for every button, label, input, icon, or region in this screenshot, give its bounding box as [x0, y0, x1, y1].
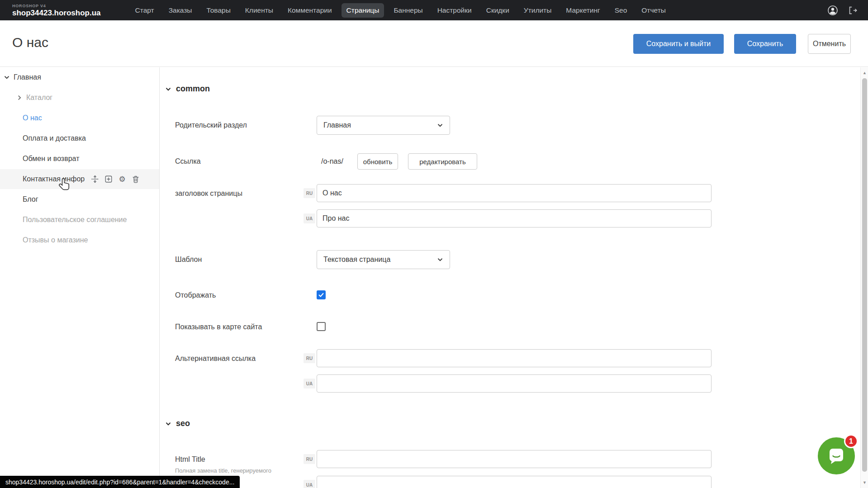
sitemap-label: Показывать в карте сайта	[175, 323, 262, 331]
alt-link-label: Альтернативная ссылка	[175, 355, 256, 363]
check-icon	[318, 292, 324, 298]
logout-icon[interactable]	[847, 5, 858, 16]
top-navigation-bar: HOROSHOP V4 shop34423.horoshop.ua Старт …	[0, 0, 868, 20]
menu-item-orders[interactable]: Заказы	[164, 3, 197, 18]
page-title-ua-input[interactable]	[317, 209, 711, 227]
logo-version-text: HOROSHOP V4	[12, 4, 101, 8]
page-title-label: заголовок страницы	[175, 190, 242, 198]
tree-item-catalog[interactable]: Каталог	[0, 88, 159, 108]
save-button[interactable]: Сохранить	[734, 34, 796, 54]
pages-tree-sidebar: Главная Каталог О нас Оплата и доставка …	[0, 67, 159, 488]
display-label: Отображать	[175, 291, 216, 299]
chat-unread-badge: 1	[844, 434, 858, 448]
delete-trash-icon[interactable]	[132, 175, 140, 183]
tree-item-user-agreement[interactable]: Пользовательское соглашение	[0, 210, 159, 230]
tree-item-exchange-return[interactable]: Обмен и возврат	[0, 149, 159, 169]
add-subpage-icon[interactable]	[104, 175, 113, 183]
cancel-button[interactable]: Отменить	[808, 34, 851, 54]
menu-item-comments[interactable]: Комментарии	[283, 3, 337, 18]
lang-ru-badge: RU	[304, 188, 315, 198]
parent-section-select[interactable]: Главная	[317, 116, 450, 135]
tree-item-actions: ⚙	[91, 175, 140, 183]
settings-gear-icon[interactable]: ⚙	[118, 175, 126, 183]
chevron-down-icon	[165, 86, 171, 92]
link-edit-button[interactable]: редактировать	[408, 153, 477, 170]
page-title: О нас	[12, 35, 48, 50]
site-logo[interactable]: HOROSHOP V4 shop34423.horoshop.ua	[12, 4, 101, 17]
scrollbar-thumb[interactable]	[862, 78, 867, 472]
alt-link-ru-input[interactable]	[317, 349, 711, 367]
section-common-header[interactable]: common	[165, 84, 210, 94]
menu-item-seo[interactable]: Seo	[610, 3, 632, 18]
chevron-right-icon[interactable]	[16, 95, 23, 101]
html-title-ru-input[interactable]	[317, 450, 711, 468]
chevron-down-icon	[437, 122, 443, 128]
menu-item-pages[interactable]: Страницы	[342, 3, 384, 18]
menu-item-clients[interactable]: Клиенты	[240, 3, 278, 18]
menu-item-discounts[interactable]: Скидки	[481, 3, 514, 18]
tree-item-about-us[interactable]: О нас	[0, 108, 159, 128]
sitemap-checkbox[interactable]	[317, 322, 326, 331]
tree-item-store-reviews[interactable]: Отзывы о магазине	[0, 230, 159, 250]
menu-item-marketing[interactable]: Маркетинг	[561, 3, 605, 18]
menu-item-start[interactable]: Старт	[130, 3, 159, 18]
page-title-ru-input[interactable]	[317, 184, 711, 202]
lang-ru-badge: RU	[304, 454, 315, 464]
html-title-hint: Полная замена title, генерируемого	[175, 467, 271, 474]
html-title-ua-input[interactable]	[317, 476, 711, 488]
tree-item-home[interactable]: Главная	[0, 67, 159, 87]
parent-section-label: Родительский раздел	[175, 121, 247, 129]
chevron-down-icon	[437, 256, 443, 263]
menu-item-banners[interactable]: Баннеры	[389, 3, 427, 18]
account-icon[interactable]	[827, 5, 838, 16]
link-path-value: /o-nas/	[321, 157, 343, 166]
chevron-down-icon[interactable]	[4, 74, 10, 81]
lang-ua-badge: UA	[304, 480, 315, 488]
section-seo-header[interactable]: seo	[165, 419, 190, 428]
lang-ua-badge: UA	[304, 213, 315, 223]
chat-bubble-icon	[826, 446, 846, 466]
logo-domain-text: shop34423.horoshop.ua	[12, 9, 101, 17]
template-select[interactable]: Текстовая страница	[317, 250, 450, 269]
chevron-down-icon	[165, 421, 171, 427]
lang-ru-badge: RU	[304, 353, 315, 363]
menu-item-settings[interactable]: Настройки	[432, 3, 477, 18]
template-label: Шаблон	[175, 256, 202, 264]
move-icon[interactable]	[91, 175, 99, 183]
menu-item-products[interactable]: Товары	[201, 3, 235, 18]
menu-item-reports[interactable]: Отчеты	[636, 3, 671, 18]
status-url-tooltip: shop34423.horoshop.ua/edit/edit.php?id=6…	[0, 476, 240, 488]
tree-item-contact-info[interactable]: Контактная инфор ⚙	[0, 169, 159, 189]
vertical-scrollbar[interactable]: ▲ ▼	[860, 67, 868, 488]
save-and-exit-button[interactable]: Сохранить и выйти	[633, 34, 724, 54]
display-checkbox[interactable]	[317, 290, 326, 299]
scroll-down-arrow-icon[interactable]: ▼	[861, 479, 868, 486]
link-label: Ссылка	[175, 157, 201, 166]
html-title-label: Html Title	[175, 455, 205, 464]
page-edit-form: common Родительский раздел Главная Ссылк…	[160, 67, 860, 488]
top-menu: Старт Заказы Товары Клиенты Комментарии …	[130, 3, 671, 18]
scroll-up-arrow-icon[interactable]: ▲	[861, 69, 868, 76]
tree-item-blog[interactable]: Блог	[0, 190, 159, 209]
alt-link-ua-input[interactable]	[317, 374, 711, 393]
lang-ua-badge: UA	[304, 379, 315, 389]
page-header: О нас Сохранить и выйти Сохранить Отмени…	[0, 20, 868, 67]
link-refresh-button[interactable]: обновить	[357, 153, 398, 170]
menu-item-utilities[interactable]: Утилиты	[519, 3, 557, 18]
tree-item-payment-delivery[interactable]: Оплата и доставка	[0, 128, 159, 148]
